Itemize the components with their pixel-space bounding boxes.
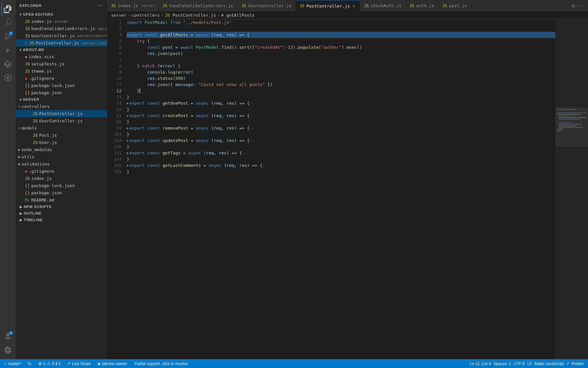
line-numbers: 1 2 3 4 5 6 7 8 9 10 11 12 13 14 50 51 6… <box>107 19 124 359</box>
file-theme-js[interactable]: JS theme.js <box>16 67 107 75</box>
tab-close-button[interactable]: ✕ <box>352 3 356 9</box>
folder-arrow: ▶ <box>18 148 20 151</box>
breadcrumb-symbol[interactable]: ⊕ getAllPosts <box>221 13 254 18</box>
folder-controllers[interactable]: ▾ controllers <box>16 103 107 110</box>
activity-run[interactable] <box>1 44 14 57</box>
status-errors[interactable]: ⊗ 0 ⚠ 0 ℹ 3 <box>37 359 62 368</box>
open-editor-index-js[interactable]: JS index.js server <box>16 18 107 25</box>
section-outline[interactable]: ▶ OUTLINE <box>16 210 107 217</box>
line-num-12: 12 <box>108 88 122 94</box>
open-editor-post-controller[interactable]: ✕ JS PostController.js server/controller… <box>16 39 107 46</box>
fold-arrow-145[interactable]: ▶ <box>127 162 129 168</box>
status-encoding[interactable]: UTF-8 <box>512 359 526 368</box>
status-partial-support[interactable]: Partial support, click to resolve <box>133 359 189 368</box>
tab-user-controller[interactable]: JS UserController.js <box>237 0 296 11</box>
status-tabnine[interactable]: ◈ tabnine starter: <box>96 359 129 368</box>
tab-index-js[interactable]: JS index.js server <box>107 0 159 11</box>
section-timeline[interactable]: ▶ TIMELINE <box>16 217 107 223</box>
file-package-lock-about[interactable]: {} package-lock.json <box>16 82 107 89</box>
tab-check-auth[interactable]: JS checkAuth.js <box>360 0 405 11</box>
file-readme-server[interactable]: M↓ README.md <box>16 196 107 203</box>
eol-text: LF <box>527 361 532 366</box>
status-liveshare[interactable]: ↗ Live Share <box>66 359 92 368</box>
tab-post-controller[interactable]: JS PostController.js ✕ <box>296 0 360 11</box>
line-num-1: 1 <box>108 19 122 26</box>
line-num-131: 131 <box>108 150 122 156</box>
activity-extensions[interactable] <box>1 58 14 71</box>
folder-name: models <box>22 126 37 131</box>
spaces-text: Spaces: 2 <box>494 361 511 366</box>
tab-label: handleValidationErrors.js <box>169 3 233 8</box>
section-npm-scripts[interactable]: ▶ NPM SCRIPTS <box>16 203 107 210</box>
folder-models[interactable]: ▾ models <box>16 124 107 131</box>
line-num-145: 145 <box>108 162 122 168</box>
file-user-js[interactable]: JS User.js <box>16 139 107 146</box>
fold-arrow-69[interactable]: ▶ <box>127 125 129 131</box>
open-editor-handle-validation[interactable]: JS handleValidationErrors.js server/util… <box>16 25 107 32</box>
more-tabs-icon[interactable]: ··· <box>576 3 585 9</box>
sidebar-menu-button[interactable]: ··· <box>98 3 103 9</box>
file-user-controller[interactable]: JS UserController.js <box>16 117 107 124</box>
tabnine-label: tabnine starter: <box>102 361 128 366</box>
status-branch[interactable]: ⑂ master* <box>3 359 23 368</box>
status-prettier[interactable]: ✓ Prettier <box>565 359 585 368</box>
js-icon: JS <box>25 69 30 74</box>
breadcrumb-file[interactable]: JS PostController.js <box>165 13 216 18</box>
file-package-about[interactable]: {} package.json <box>16 89 107 96</box>
file-post-controller[interactable]: JS PostController.js <box>16 110 107 117</box>
folder-name: validations <box>22 162 50 166</box>
open-editor-user-controller[interactable]: JS UserController.js server/controllers <box>16 32 107 39</box>
tab-label: auth.js <box>416 3 434 8</box>
folder-validations[interactable]: ▶ validations <box>16 160 107 167</box>
section-server[interactable]: ▾ server <box>16 96 107 103</box>
encoding-text: UTF-8 <box>514 361 525 366</box>
file-gitignore-about[interactable]: ◈ .gitignore <box>16 75 107 82</box>
file-setup-tests[interactable]: JS setupTests.js <box>16 60 107 67</box>
status-position[interactable]: Ln 12, Col 4 <box>468 359 492 368</box>
section-open-editors[interactable]: ▾ OPEN EDITORS <box>16 11 107 18</box>
settings-icon[interactable] <box>1 343 14 357</box>
file-name: theme.js <box>31 69 52 74</box>
tab-handle-validation[interactable]: JS handleValidationErrors.js <box>159 0 237 11</box>
activity-explorer[interactable] <box>1 3 14 16</box>
activity-source-control[interactable]: 2 <box>1 30 14 43</box>
fold-arrow-104[interactable]: ▶ <box>127 137 129 144</box>
line-num-103: 103 <box>108 131 122 137</box>
file-package-lock-server[interactable]: {} package-lock.json <box>16 182 107 189</box>
code-line-68: } <box>127 119 555 125</box>
status-language[interactable]: Babel JavaScript <box>533 359 565 368</box>
sidebar-title: EXPLORER <box>20 4 42 8</box>
activity-remote[interactable] <box>1 71 14 84</box>
editor-area: JS index.js server JS handleValidationEr… <box>107 0 588 359</box>
breadcrumb-controllers[interactable]: controllers <box>132 13 160 18</box>
fold-arrow-14[interactable]: ▶ <box>127 100 129 106</box>
file-post-js[interactable]: JS Post.js <box>16 131 107 139</box>
tab-js-icon: JS <box>163 4 167 8</box>
file-gitignore-server[interactable]: ◈ .gitignore <box>16 167 107 175</box>
section-about-me[interactable]: ▾ ABOUT-ME <box>16 46 107 53</box>
tab-post[interactable]: JS post.js <box>438 0 471 11</box>
folder-utils[interactable]: ▶ utils <box>16 153 107 160</box>
folder-node-modules[interactable]: ▶ node_modules <box>16 146 107 153</box>
code-line-3: export const getAllPosts = async (req, r… <box>127 32 555 38</box>
fold-arrow-131[interactable]: ▶ <box>127 150 129 156</box>
sidebar-scroll[interactable]: ▾ OPEN EDITORS JS index.js server JS han… <box>16 11 107 359</box>
breadcrumb-server[interactable]: server <box>111 13 126 18</box>
file-index-scss[interactable]: ◆ index.scss <box>16 53 107 60</box>
activity-search[interactable] <box>1 16 14 29</box>
status-spaces[interactable]: Spaces: 2 <box>492 359 512 368</box>
line-num-69: 69 <box>108 125 122 131</box>
split-editor-icon[interactable]: ⊟ <box>571 3 575 9</box>
status-eol[interactable]: LF <box>526 359 533 368</box>
file-package-server[interactable]: {} package.json <box>16 189 107 196</box>
fold-arrow-51[interactable]: ▶ <box>127 113 129 119</box>
account-icon[interactable]: 3 <box>1 330 14 343</box>
breadcrumb-sep: › <box>128 13 130 18</box>
file-index-server[interactable]: JS index.js <box>16 175 107 182</box>
status-sync[interactable]: ↻ <box>26 359 33 368</box>
tab-label: post.js <box>449 3 467 8</box>
open-editors-label: OPEN EDITORS <box>23 12 53 16</box>
tab-auth[interactable]: JS auth.js <box>406 0 438 11</box>
close-icon[interactable]: ✕ <box>25 41 27 45</box>
code-content[interactable]: import PostModel from "../models/Post.js… <box>124 19 555 359</box>
